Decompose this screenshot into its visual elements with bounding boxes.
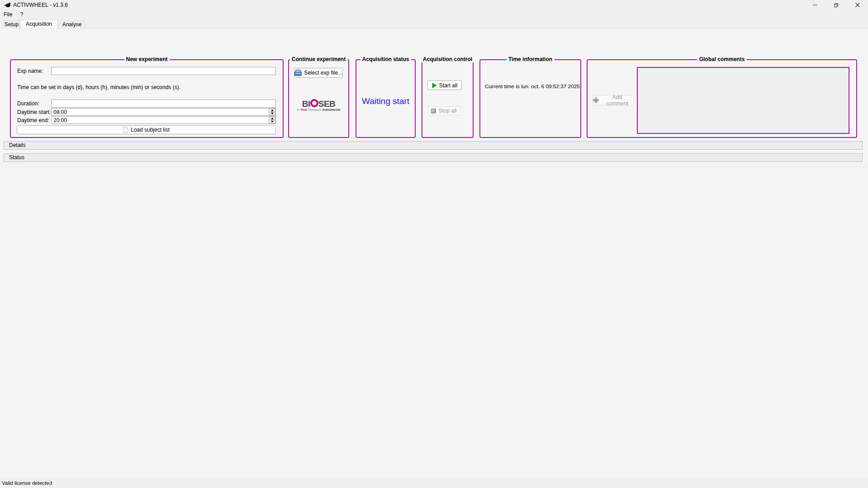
duration-field[interactable] xyxy=(51,99,276,108)
restore-button[interactable] xyxy=(825,0,847,10)
daytime-start-spin-down[interactable] xyxy=(269,112,275,115)
document-icon xyxy=(123,127,128,133)
acquisition-tab-page: New experiment Exp name: Time can be set… xyxy=(0,28,868,479)
menu-help[interactable]: ? xyxy=(17,10,27,19)
up-arrow-icon xyxy=(271,118,274,119)
app-mouse-icon xyxy=(4,2,11,8)
tab-strip: Setup Acquisition Analyse xyxy=(0,19,868,28)
daytime-end-label: Daytime end: xyxy=(17,117,49,123)
add-comment-label: Add comment xyxy=(601,94,633,107)
duration-input[interactable] xyxy=(52,100,275,107)
tab-analyse[interactable]: Analyse xyxy=(58,20,85,28)
up-arrow-icon xyxy=(271,109,274,111)
window-title: ACTIVWHEEL - v1.3.6 xyxy=(13,2,68,8)
daytime-start-spin-up[interactable] xyxy=(269,109,275,112)
floppy-disk-icon xyxy=(294,70,302,76)
exp-name-input[interactable] xyxy=(52,67,275,75)
minimize-icon xyxy=(813,3,817,7)
group-time-information-title: Time information xyxy=(507,56,554,62)
menu-file[interactable]: File xyxy=(0,10,15,19)
restore-icon xyxy=(834,3,839,8)
status-bar-separator xyxy=(50,480,50,487)
group-acquisition-control-title: Acquisition control xyxy=(421,56,474,62)
group-global-comments-title: Global comments xyxy=(697,56,747,62)
group-acquisition-control: Acquisition control Start all Stop all xyxy=(422,59,474,138)
close-icon xyxy=(855,3,860,7)
group-continue-experiment: Continue experiment Select exp file... B… xyxy=(288,59,349,138)
daytime-end-spinner xyxy=(269,117,275,123)
group-acquisition-status: Acquisition status Waiting start xyxy=(356,59,416,138)
bioseb-logo: BISEB In Vivo Research Instruments xyxy=(289,99,348,111)
stop-all-button[interactable]: Stop all xyxy=(427,106,460,115)
daytime-start-spinner xyxy=(269,109,275,115)
group-continue-experiment-title: Continue experiment xyxy=(290,56,347,62)
current-time-text: Current time is lun. oct. 6 09:52:37 202… xyxy=(485,83,580,90)
status-section-header[interactable]: Status xyxy=(4,153,863,162)
add-comment-button[interactable]: Add comment xyxy=(593,95,634,105)
exp-name-label: Exp name: xyxy=(17,68,43,74)
load-subject-list-label: Load subject list xyxy=(131,127,170,133)
logo-o-ring-icon xyxy=(310,99,318,107)
title-bar: ACTIVWHEEL - v1.3.6 xyxy=(0,0,868,10)
group-new-experiment-title: New experiment xyxy=(124,56,169,62)
group-time-information: Time information Current time is lun. oc… xyxy=(479,59,581,138)
down-arrow-icon xyxy=(271,113,274,114)
bioseb-logo-tagline: In Vivo Research Instruments xyxy=(289,108,348,111)
group-acquisition-status-title: Acquisition status xyxy=(360,56,411,62)
select-exp-file-label: Select exp file... xyxy=(304,70,342,76)
daytime-end-input[interactable] xyxy=(52,117,275,123)
minimize-button[interactable] xyxy=(804,0,825,10)
status-bar: Valid license detected xyxy=(0,479,868,488)
status-label: Status xyxy=(9,154,24,161)
daytime-end-spin-up[interactable] xyxy=(269,117,275,120)
start-all-label: Start all xyxy=(439,82,458,89)
close-button[interactable] xyxy=(847,0,868,10)
group-global-comments: Global comments Add comment xyxy=(587,59,857,138)
plus-icon xyxy=(593,97,599,103)
group-new-experiment: New experiment Exp name: Time can be set… xyxy=(10,59,284,138)
tab-acquisition[interactable]: Acquisition xyxy=(20,19,58,28)
stop-all-label: Stop all xyxy=(438,108,456,114)
menu-bar: File ? xyxy=(0,10,868,19)
license-status-text: Valid license detected xyxy=(2,480,52,486)
details-section-header[interactable]: Details xyxy=(4,141,863,150)
status-section-content xyxy=(0,165,868,488)
play-icon xyxy=(432,83,437,88)
duration-label: Duration: xyxy=(17,100,39,107)
daytime-end-field[interactable] xyxy=(51,116,276,124)
start-all-button[interactable]: Start all xyxy=(427,81,462,90)
global-comments-list[interactable] xyxy=(637,67,849,134)
tab-setup[interactable]: Setup xyxy=(3,20,20,28)
bioseb-logo-wordmark: BISEB xyxy=(289,99,348,108)
exp-name-field[interactable] xyxy=(51,67,276,75)
daytime-start-input[interactable] xyxy=(52,109,275,115)
daytime-start-label: Daytime start: xyxy=(17,109,51,115)
details-label: Details xyxy=(9,142,26,148)
stop-icon xyxy=(431,109,436,114)
acquisition-status-text: Waiting start xyxy=(356,96,415,106)
down-arrow-icon xyxy=(271,121,274,123)
daytime-end-spin-down[interactable] xyxy=(269,120,275,123)
select-exp-file-button[interactable]: Select exp file... xyxy=(294,68,343,78)
load-subject-list-button[interactable]: Load subject list xyxy=(17,125,276,134)
time-hint-text: Time can be set in days (d), hours (h), … xyxy=(17,84,180,90)
daytime-start-field[interactable] xyxy=(51,108,276,116)
